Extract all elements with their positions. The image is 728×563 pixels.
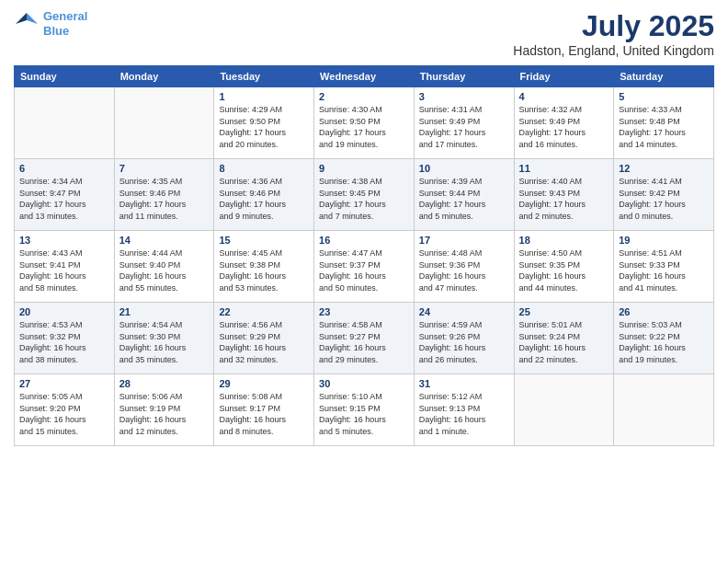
day-number: 10 — [419, 163, 509, 174]
calendar-day-cell: 16Sunrise: 4:47 AM Sunset: 9:37 PM Dayli… — [314, 231, 415, 303]
calendar-week-row: 1Sunrise: 4:29 AM Sunset: 9:50 PM Daylig… — [15, 87, 714, 159]
day-number: 25 — [519, 306, 609, 317]
day-info: Sunrise: 5:12 AM Sunset: 9:13 PM Dayligh… — [419, 391, 509, 437]
day-number: 13 — [19, 235, 109, 246]
calendar-weekday-header: Sunday — [15, 66, 115, 87]
calendar-day-cell: 9Sunrise: 4:38 AM Sunset: 9:45 PM Daylig… — [314, 159, 415, 231]
calendar-day-cell: 6Sunrise: 4:34 AM Sunset: 9:47 PM Daylig… — [15, 159, 115, 231]
calendar-day-cell: 30Sunrise: 5:10 AM Sunset: 9:15 PM Dayli… — [314, 374, 415, 446]
day-number: 24 — [419, 306, 509, 317]
calendar-day-cell — [114, 87, 214, 159]
header: General Blue July 2025 Hadston, England,… — [14, 9, 714, 58]
day-number: 27 — [19, 378, 109, 389]
calendar-day-cell: 23Sunrise: 4:58 AM Sunset: 9:27 PM Dayli… — [314, 303, 415, 374]
calendar-day-cell: 18Sunrise: 4:50 AM Sunset: 9:35 PM Dayli… — [514, 231, 614, 303]
day-info: Sunrise: 4:48 AM Sunset: 9:36 PM Dayligh… — [419, 247, 509, 293]
day-info: Sunrise: 4:35 AM Sunset: 9:46 PM Dayligh… — [119, 176, 210, 222]
day-number: 4 — [519, 91, 609, 102]
day-number: 3 — [419, 91, 509, 102]
calendar-day-cell: 2Sunrise: 4:30 AM Sunset: 9:50 PM Daylig… — [314, 87, 415, 159]
calendar-weekday-header: Monday — [114, 66, 214, 87]
calendar-week-row: 27Sunrise: 5:05 AM Sunset: 9:20 PM Dayli… — [15, 374, 714, 446]
calendar-day-cell: 24Sunrise: 4:59 AM Sunset: 9:26 PM Dayli… — [414, 303, 514, 374]
day-info: Sunrise: 4:40 AM Sunset: 9:43 PM Dayligh… — [519, 176, 609, 222]
day-number: 1 — [219, 91, 309, 102]
day-number: 15 — [219, 235, 309, 246]
calendar-day-cell: 8Sunrise: 4:36 AM Sunset: 9:46 PM Daylig… — [214, 159, 314, 231]
calendar-day-cell: 12Sunrise: 4:41 AM Sunset: 9:42 PM Dayli… — [614, 159, 714, 231]
calendar-day-cell: 28Sunrise: 5:06 AM Sunset: 9:19 PM Dayli… — [114, 374, 214, 446]
logo-line1: General — [43, 9, 87, 23]
day-number: 6 — [19, 163, 109, 174]
day-number: 31 — [419, 378, 509, 389]
main-title: July 2025 — [513, 9, 714, 43]
day-number: 21 — [119, 306, 210, 317]
calendar-weekday-header: Thursday — [414, 66, 514, 87]
calendar-week-row: 20Sunrise: 4:53 AM Sunset: 9:32 PM Dayli… — [15, 303, 714, 374]
day-info: Sunrise: 4:34 AM Sunset: 9:47 PM Dayligh… — [19, 176, 109, 222]
day-info: Sunrise: 4:31 AM Sunset: 9:49 PM Dayligh… — [419, 104, 509, 150]
day-number: 26 — [619, 306, 709, 317]
day-info: Sunrise: 5:10 AM Sunset: 9:15 PM Dayligh… — [319, 391, 409, 437]
day-info: Sunrise: 5:03 AM Sunset: 9:22 PM Dayligh… — [619, 319, 709, 365]
day-info: Sunrise: 4:56 AM Sunset: 9:29 PM Dayligh… — [219, 319, 309, 365]
day-number: 17 — [419, 235, 509, 246]
calendar-day-cell: 26Sunrise: 5:03 AM Sunset: 9:22 PM Dayli… — [614, 303, 714, 374]
calendar-day-cell — [614, 374, 714, 446]
calendar-header-row: SundayMondayTuesdayWednesdayThursdayFrid… — [15, 66, 714, 87]
day-info: Sunrise: 4:59 AM Sunset: 9:26 PM Dayligh… — [419, 319, 509, 365]
day-number: 12 — [619, 163, 709, 174]
day-number: 30 — [319, 378, 409, 389]
day-number: 28 — [119, 378, 210, 389]
day-info: Sunrise: 4:44 AM Sunset: 9:40 PM Dayligh… — [119, 247, 210, 293]
day-info: Sunrise: 4:36 AM Sunset: 9:46 PM Dayligh… — [219, 176, 309, 222]
calendar-table: SundayMondayTuesdayWednesdayThursdayFrid… — [14, 65, 714, 446]
logo-text: General Blue — [43, 9, 87, 38]
calendar-day-cell: 21Sunrise: 4:54 AM Sunset: 9:30 PM Dayli… — [114, 303, 214, 374]
day-info: Sunrise: 4:54 AM Sunset: 9:30 PM Dayligh… — [119, 319, 210, 365]
calendar-weekday-header: Friday — [514, 66, 614, 87]
day-number: 22 — [219, 306, 309, 317]
day-info: Sunrise: 5:06 AM Sunset: 9:19 PM Dayligh… — [119, 391, 210, 437]
calendar-day-cell: 3Sunrise: 4:31 AM Sunset: 9:49 PM Daylig… — [414, 87, 514, 159]
day-info: Sunrise: 5:01 AM Sunset: 9:24 PM Dayligh… — [519, 319, 609, 365]
day-number: 9 — [319, 163, 409, 174]
title-block: July 2025 Hadston, England, United Kingd… — [513, 9, 714, 58]
day-number: 2 — [319, 91, 409, 102]
subtitle: Hadston, England, United Kingdom — [513, 43, 714, 58]
calendar-week-row: 13Sunrise: 4:43 AM Sunset: 9:41 PM Dayli… — [15, 231, 714, 303]
day-info: Sunrise: 4:50 AM Sunset: 9:35 PM Dayligh… — [519, 247, 609, 293]
logo-icon — [14, 11, 40, 37]
calendar-day-cell: 15Sunrise: 4:45 AM Sunset: 9:38 PM Dayli… — [214, 231, 314, 303]
logo: General Blue — [14, 9, 87, 38]
calendar-weekday-header: Wednesday — [314, 66, 415, 87]
day-info: Sunrise: 4:58 AM Sunset: 9:27 PM Dayligh… — [319, 319, 409, 365]
svg-marker-0 — [27, 13, 38, 24]
calendar-day-cell: 22Sunrise: 4:56 AM Sunset: 9:29 PM Dayli… — [214, 303, 314, 374]
day-number: 8 — [219, 163, 309, 174]
day-info: Sunrise: 4:53 AM Sunset: 9:32 PM Dayligh… — [19, 319, 109, 365]
logo-line2: Blue — [43, 24, 69, 38]
calendar-day-cell: 31Sunrise: 5:12 AM Sunset: 9:13 PM Dayli… — [414, 374, 514, 446]
day-number: 7 — [119, 163, 210, 174]
day-number: 29 — [219, 378, 309, 389]
day-info: Sunrise: 4:43 AM Sunset: 9:41 PM Dayligh… — [19, 247, 109, 293]
calendar-weekday-header: Saturday — [614, 66, 714, 87]
day-info: Sunrise: 5:05 AM Sunset: 9:20 PM Dayligh… — [19, 391, 109, 437]
calendar-week-row: 6Sunrise: 4:34 AM Sunset: 9:47 PM Daylig… — [15, 159, 714, 231]
calendar-day-cell: 4Sunrise: 4:32 AM Sunset: 9:49 PM Daylig… — [514, 87, 614, 159]
calendar-weekday-header: Tuesday — [214, 66, 314, 87]
calendar-day-cell — [15, 87, 115, 159]
calendar-day-cell: 25Sunrise: 5:01 AM Sunset: 9:24 PM Dayli… — [514, 303, 614, 374]
day-number: 5 — [619, 91, 709, 102]
page: General Blue July 2025 Hadston, England,… — [0, 0, 728, 563]
calendar-day-cell: 11Sunrise: 4:40 AM Sunset: 9:43 PM Dayli… — [514, 159, 614, 231]
calendar-day-cell: 27Sunrise: 5:05 AM Sunset: 9:20 PM Dayli… — [15, 374, 115, 446]
day-info: Sunrise: 5:08 AM Sunset: 9:17 PM Dayligh… — [219, 391, 309, 437]
calendar-day-cell: 17Sunrise: 4:48 AM Sunset: 9:36 PM Dayli… — [414, 231, 514, 303]
calendar-day-cell: 20Sunrise: 4:53 AM Sunset: 9:32 PM Dayli… — [15, 303, 115, 374]
calendar-day-cell: 10Sunrise: 4:39 AM Sunset: 9:44 PM Dayli… — [414, 159, 514, 231]
day-number: 11 — [519, 163, 609, 174]
day-info: Sunrise: 4:32 AM Sunset: 9:49 PM Dayligh… — [519, 104, 609, 150]
day-info: Sunrise: 4:45 AM Sunset: 9:38 PM Dayligh… — [219, 247, 309, 293]
